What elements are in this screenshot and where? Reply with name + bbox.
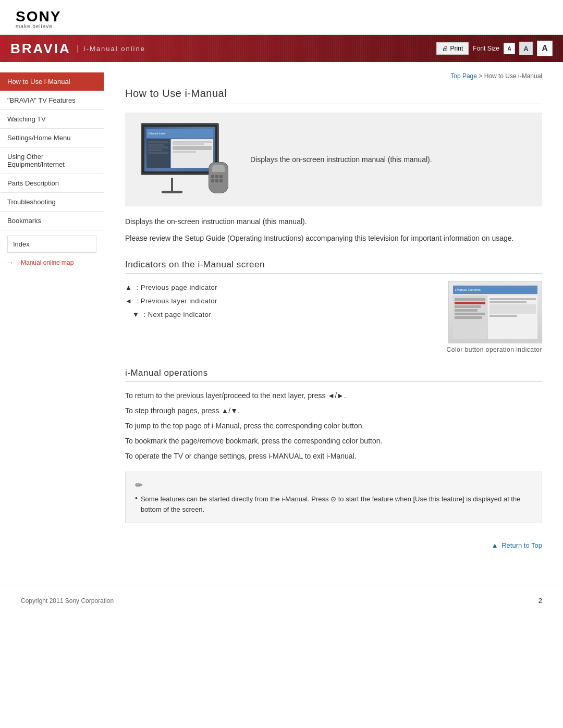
font-size-small-button[interactable]: A — [504, 43, 515, 54]
sidebar-online-map: → i-Manual online map — [0, 253, 104, 273]
sidebar-item-settings[interactable]: Settings/Home Menu — [0, 129, 104, 147]
intro-text: Displays the on-screen instruction manua… — [250, 154, 432, 165]
return-to-top-link[interactable]: ▲ Return to Top — [492, 541, 542, 549]
bravia-controls: 🖨 Print Font Size A A A — [436, 41, 553, 56]
intro-block: i-Manual Index — [125, 113, 542, 206]
printer-icon: 🖨 — [442, 45, 448, 52]
page-header: SONY make.believe — [0, 0, 563, 35]
section3-title: i-Manual operations — [125, 368, 542, 382]
operation-5: To operate the TV or change settings, pr… — [125, 450, 542, 463]
operation-2: To step through pages, press ▲/▼. — [125, 404, 542, 417]
content-area: Top Page > How to Use i-Manual How to Us… — [104, 62, 563, 565]
desc-text-2: Please review the Setup Guide (Operating… — [125, 232, 542, 245]
bravia-title: BRAVIA — [10, 41, 71, 57]
breadcrumb: Top Page > How to Use i-Manual — [125, 67, 542, 80]
sidebar-index[interactable]: Index — [7, 236, 96, 253]
sidebar-item-troubleshooting[interactable]: Troubleshooting — [0, 193, 104, 212]
breadcrumb-separator: > — [479, 72, 484, 80]
sony-tagline: make.believe — [16, 24, 547, 29]
operation-4: To bookmark the page/remove bookmark, pr… — [125, 435, 542, 448]
bravia-banner: BRAVIA i-Manual online 🖨 Print Font Size… — [0, 35, 563, 62]
breadcrumb-current: How to Use i-Manual — [484, 72, 542, 80]
page-title: How to Use i-Manual — [125, 88, 542, 104]
tv-screen-inner: i-Manual Index — [144, 127, 215, 171]
sidebar-item-bookmarks[interactable]: Bookmarks — [0, 212, 104, 230]
tv-screen: i-Manual Index — [141, 123, 219, 175]
note-text: Some features can be started directly fr… — [141, 494, 532, 516]
sidebar-item-parts[interactable]: Parts Description — [0, 174, 104, 193]
main-container: How to Use i-Manual "BRAVIA" TV Features… — [0, 62, 563, 565]
page-number: 2 — [538, 597, 542, 604]
note-icon: ✏ — [135, 479, 532, 491]
section2-title: Indicators on the i-Manual screen — [125, 260, 542, 274]
return-top-triangle-icon: ▲ — [492, 541, 498, 549]
indicator-prev-layer: ◄ : Previous layer indicator — [125, 294, 436, 308]
sidebar-item-how-to-use[interactable]: How to Use i-Manual — [0, 72, 104, 91]
sony-logo: SONY make.believe — [16, 9, 547, 29]
sidebar-item-bravia-features[interactable]: "BRAVIA" TV Features — [0, 91, 104, 110]
font-size-large-button[interactable]: A — [537, 41, 553, 56]
sidebar-nav: How to Use i-Manual "BRAVIA" TV Features… — [0, 72, 104, 230]
sidebar-item-watching-tv[interactable]: Watching TV — [0, 110, 104, 129]
operation-1: To return to the previous layer/proceed … — [125, 389, 542, 402]
font-size-label: Font Size — [473, 45, 499, 52]
print-button[interactable]: 🖨 Print — [436, 42, 469, 55]
section-operations: i-Manual operations To return to the pre… — [125, 368, 542, 524]
note-box: ✏ Some features can be started directly … — [125, 472, 542, 524]
operation-3: To jump to the top page of i-Manual, pre… — [125, 419, 542, 433]
note-bullet: Some features can be started directly fr… — [135, 494, 532, 516]
page-footer: Copyright 2011 Sony Corporation 2 — [0, 586, 563, 615]
indicator-next-page: ▼ : Next page indicator — [125, 308, 436, 322]
tv-screen-content: i-Manual Index — [144, 127, 215, 170]
bravia-subtitle: i-Manual online — [77, 45, 145, 53]
sony-text: SONY — [16, 9, 547, 24]
indicators-list: ▲ : Previous page indicator ◄ : Previous… — [125, 281, 436, 322]
tv-stand — [171, 178, 173, 191]
sidebar: How to Use i-Manual "BRAVIA" TV Features… — [0, 62, 104, 565]
tv-base — [162, 191, 182, 193]
indicators-right: i-Manual Contents — [447, 281, 542, 353]
section-indicators: Indicators on the i-Manual screen ▲ : Pr… — [125, 260, 542, 353]
indicators-block: ▲ : Previous page indicator ◄ : Previous… — [125, 281, 542, 353]
sidebar-item-equipment[interactable]: Using Other Equipment/Internet — [0, 147, 104, 174]
return-to-top: ▲ Return to Top — [125, 536, 542, 549]
copyright-text: Copyright 2011 Sony Corporation — [21, 597, 114, 604]
map-arrow-icon: → — [7, 259, 14, 266]
color-btn-indicator: Color button operation indicator — [447, 346, 542, 353]
breadcrumb-top-link[interactable]: Top Page — [450, 72, 477, 80]
tv-image: i-Manual Index — [136, 123, 240, 196]
triangle-down-icon: ▼ — [132, 311, 139, 318]
font-size-medium-button[interactable]: A — [519, 42, 533, 55]
desc-text-1: Displays the on-screen instruction manua… — [125, 216, 542, 228]
triangle-up-icon: ▲ — [125, 283, 132, 291]
triangle-left-icon: ◄ — [125, 297, 132, 305]
indicators-screenshot: i-Manual Contents — [448, 281, 542, 343]
screenshot-inner: i-Manual Contents — [449, 281, 542, 343]
bravia-left: BRAVIA i-Manual online — [10, 41, 145, 57]
indicator-prev-page: ▲ : Previous page indicator — [125, 281, 436, 294]
remote-control — [209, 162, 229, 196]
